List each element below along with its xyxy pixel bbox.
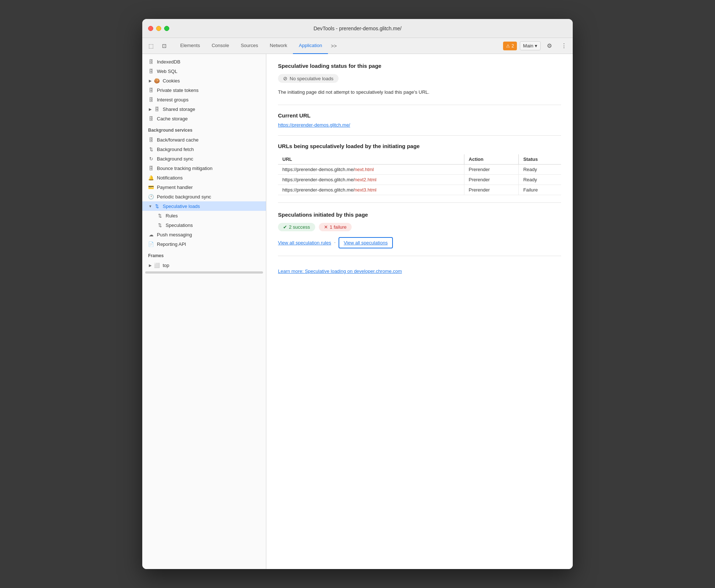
sidebar-item-top-frame[interactable]: ▶ ⬜ top [142, 260, 266, 270]
main-context-dropdown[interactable]: Main ▾ [520, 41, 541, 50]
speculative-urls-table: URL Action Status https://prerender-demo… [278, 154, 561, 195]
table-row: https://prerender-demos.glitch.me/next2.… [278, 174, 561, 185]
sidebar-item-reporting-api[interactable]: 📄 Reporting API [142, 239, 266, 249]
table-cell-status: Ready [519, 174, 561, 185]
table-cell-action: Prerender [464, 174, 519, 185]
sidebar-item-shared-storage[interactable]: ▶ 🗄 Shared storage [142, 104, 266, 114]
sidebar-item-background-sync[interactable]: ↻ Background sync [142, 154, 266, 163]
url-base: https://prerender-demos.glitch.me/ [282, 177, 355, 182]
toolbar-left-icons: ⬚ ⊡ [145, 40, 170, 52]
device-toolbar-button[interactable]: ⊡ [158, 40, 170, 52]
database-icon: 🗄 [148, 59, 154, 65]
clock-icon: 🕐 [148, 194, 154, 200]
settings-button[interactable]: ⚙ [544, 40, 555, 52]
sidebar-item-private-state-tokens[interactable]: 🗄 Private state tokens [142, 85, 266, 95]
sidebar-item-indexeddb[interactable]: 🗄 IndexedDB [142, 57, 266, 66]
table-cell-status: Ready [519, 164, 561, 174]
current-url-link[interactable]: https://prerender-demos.glitch.me/ [278, 122, 350, 128]
divider-1 [278, 105, 561, 105]
sidebar-item-payment-handler[interactable]: 💳 Payment handler [142, 182, 266, 192]
no-loads-description: The initiating page did not attempt to s… [278, 89, 561, 96]
sidebar-item-cookies[interactable]: ▶ 🍪 Cookies [142, 76, 266, 85]
sidebar-item-periodic-background-sync[interactable]: 🕐 Periodic background sync [142, 192, 266, 201]
sync-icon: ↻ [148, 156, 154, 162]
tab-bar: Elements Console Sources Network Applica… [174, 38, 502, 54]
more-options-button[interactable]: ⋮ [558, 40, 570, 52]
tab-elements[interactable]: Elements [174, 38, 206, 54]
failure-icon: ✕ [324, 224, 328, 230]
sidebar-scrollbar[interactable] [145, 271, 263, 274]
sidebar-item-back-forward-cache[interactable]: 🗄 Back/forward cache [142, 135, 266, 144]
maximize-button[interactable] [164, 26, 169, 31]
col-header-status: Status [519, 154, 561, 165]
table-cell-action: Prerender [464, 164, 519, 174]
table-row: https://prerender-demos.glitch.me/next.h… [278, 164, 561, 174]
arrows-icon: ⇅ [154, 203, 160, 209]
sidebar-item-interest-groups[interactable]: 🗄 Interest groups [142, 95, 266, 104]
arrows-icon: ⇅ [157, 222, 163, 228]
tab-application[interactable]: Application [293, 38, 328, 54]
url-highlight: next.html [355, 167, 374, 172]
speculative-loading-section: Speculative loading status for this page… [278, 63, 561, 96]
sidebar-item-websql[interactable]: 🗄 Web SQL [142, 66, 266, 76]
divider-3 [278, 202, 561, 203]
sidebar-item-background-fetch[interactable]: ⇅ Background fetch [142, 144, 266, 154]
background-services-label: Background services [142, 123, 266, 135]
table-cell-action: Prerender [464, 185, 519, 195]
current-url-section: Current URL https://prerender-demos.glit… [278, 112, 561, 128]
learn-more-link[interactable]: Learn more: Speculative loading on devel… [278, 268, 402, 274]
tab-sources[interactable]: Sources [235, 38, 264, 54]
toolbar: ⬚ ⊡ Elements Console Sources Network App… [142, 38, 573, 54]
expand-collapse-icon: ▼ [148, 204, 152, 208]
url-highlight: next2.html [355, 177, 376, 182]
url-highlight: next3.html [355, 187, 376, 193]
view-speculation-rules-link[interactable]: View all speculation rules [278, 240, 331, 245]
view-all-speculations-link[interactable]: View all speculations [339, 237, 393, 248]
bell-icon: 🔔 [148, 175, 154, 181]
close-button[interactable] [148, 26, 153, 31]
sidebar-item-cache-storage[interactable]: 🗄 Cache storage [142, 114, 266, 123]
titlebar: DevTools - prerender-demos.glitch.me/ [142, 19, 573, 38]
database-icon: 🗄 [148, 165, 154, 171]
more-tabs-button[interactable]: >> [328, 43, 340, 49]
speculative-loading-title: Speculative loading status for this page [278, 63, 561, 69]
sidebar-item-speculative-loads[interactable]: ▼ ⇅ Speculative loads [142, 201, 266, 211]
sidebar-item-bounce-tracking[interactable]: 🗄 Bounce tracking mitigation [142, 163, 266, 173]
content-panel: Speculative loading status for this page… [266, 54, 573, 569]
url-base: https://prerender-demos.glitch.me/ [282, 187, 355, 193]
table-cell-status: Failure [519, 185, 561, 195]
inspect-icon: ⬚ [148, 43, 154, 49]
arrows-icon: ⇅ [148, 146, 154, 152]
speculations-section: Speculations initiated by this page ✔ 2 … [278, 212, 561, 248]
cloud-icon: ☁ [148, 232, 154, 237]
sidebar-item-rules[interactable]: ⇅ Rules [142, 211, 266, 220]
speculations-title: Speculations initiated by this page [278, 212, 561, 218]
sidebar-item-speculations[interactable]: ⇅ Speculations [142, 220, 266, 230]
issues-badge-button[interactable]: ⚠ 2 [503, 42, 517, 50]
expand-icon: ▶ [148, 263, 152, 267]
dropdown-chevron-icon: ▾ [535, 43, 537, 49]
sidebar: 🗄 IndexedDB 🗄 Web SQL ▶ 🍪 Cookies 🗄 Priv… [142, 54, 266, 569]
table-row: https://prerender-demos.glitch.me/next3.… [278, 185, 561, 195]
no-loads-icon: ⊘ [283, 76, 287, 81]
dot-separator: · [334, 239, 336, 246]
inspect-element-button[interactable]: ⬚ [145, 40, 157, 52]
table-cell-url: https://prerender-demos.glitch.me/next.h… [278, 164, 464, 174]
tab-network[interactable]: Network [264, 38, 293, 54]
gear-icon: ⚙ [547, 42, 552, 49]
arrows-icon: ⇅ [157, 213, 163, 218]
more-icon: ⋮ [561, 42, 567, 49]
frame-icon: ⬜ [154, 262, 160, 268]
divider-2 [278, 135, 561, 136]
main-area: 🗄 IndexedDB 🗄 Web SQL ▶ 🍪 Cookies 🗄 Priv… [142, 54, 573, 569]
expand-icon: ▶ [148, 107, 152, 111]
divider-4 [278, 256, 561, 256]
sidebar-item-notifications[interactable]: 🔔 Notifications [142, 173, 266, 182]
col-header-action: Action [464, 154, 519, 165]
minimize-button[interactable] [156, 26, 161, 31]
sidebar-item-push-messaging[interactable]: ☁ Push messaging [142, 230, 266, 239]
database-icon: 🗄 [148, 116, 154, 121]
frames-section-label: Frames [142, 249, 266, 260]
tab-console[interactable]: Console [206, 38, 235, 54]
failure-badge: ✕ 1 failure [319, 223, 352, 231]
